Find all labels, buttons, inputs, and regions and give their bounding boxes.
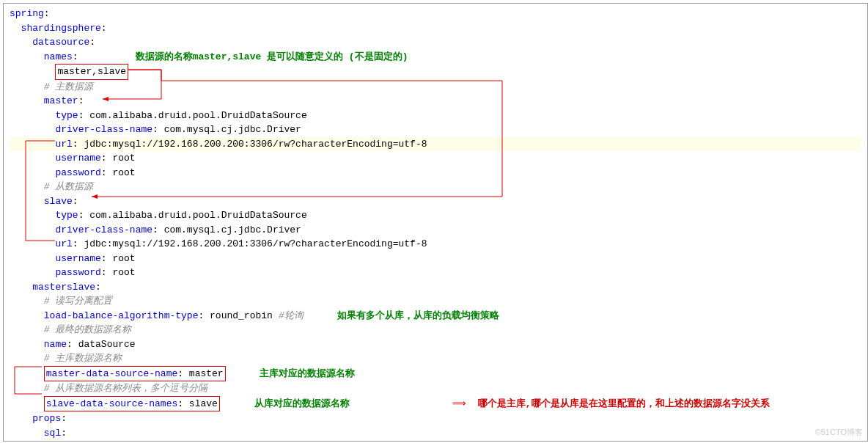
code-line: url: jdbc:mysql://192.168.200.201:3306/r… xyxy=(10,237,861,252)
yaml-key: name xyxy=(44,339,67,350)
code-line: shardingsphere: xyxy=(10,21,861,36)
boxed-value: master-data-source-name: master xyxy=(44,366,226,382)
code-line: masterslave: xyxy=(10,280,861,295)
yaml-key: username xyxy=(55,253,100,264)
yaml-key: driver-class-name xyxy=(55,124,152,135)
yaml-key: names xyxy=(44,51,73,62)
yaml-key: type xyxy=(55,210,78,221)
code-line: slave: xyxy=(10,194,861,209)
yaml-comment: # 读写分离配置 xyxy=(44,296,113,307)
boxed-value: master,slave xyxy=(55,64,128,80)
code-line: name: dataSource xyxy=(10,337,861,352)
annotation-text: 主库对应的数据源名称 xyxy=(260,368,355,379)
yaml-value: com.mysql.cj.jdbc.Driver xyxy=(164,124,301,135)
annotation-text: 数据源的名称master,slave 是可以随意定义的 (不是固定的) xyxy=(136,51,408,62)
code-line: type: com.alibaba.druid.pool.DruidDataSo… xyxy=(10,109,861,123)
yaml-value: jdbc:mysql://192.168.200.201:3306/rw?cha… xyxy=(84,238,427,249)
yaml-key: datasource xyxy=(32,37,89,48)
yaml-key: slave xyxy=(44,196,73,207)
code-line: show: true #开启SQL显示，默认false xyxy=(10,440,861,442)
code-line-highlighted: url: jdbc:mysql://192.168.200.200:3306/r… xyxy=(10,137,861,152)
yaml-key: driver-class-name xyxy=(55,224,152,235)
code-line: # 最终的数据源名称 xyxy=(10,323,861,337)
yaml-key: spring xyxy=(10,8,44,19)
yaml-key: username xyxy=(55,153,100,164)
yaml-value: com.alibaba.druid.pool.DruidDataSource xyxy=(89,110,306,121)
code-line: username: root xyxy=(10,151,861,166)
yaml-key: password xyxy=(55,267,100,278)
yaml-comment: # 从数据源 xyxy=(44,181,94,192)
yaml-key: masterslave xyxy=(32,282,95,293)
code-line: driver-class-name: com.mysql.cj.jdbc.Dri… xyxy=(10,122,861,137)
code-line: master,slave xyxy=(10,64,861,80)
code-line: props: xyxy=(10,411,861,426)
watermark-text: ©51CTO博客 xyxy=(815,426,863,439)
code-line: # 读写分离配置 xyxy=(10,294,861,309)
yaml-value: round_robin xyxy=(210,310,273,321)
code-line: username: root xyxy=(10,252,861,266)
yaml-key: sql xyxy=(44,428,61,439)
yaml-comment: # 主库数据源名称 xyxy=(44,353,122,364)
yaml-key: url xyxy=(55,139,72,150)
code-line: master-data-source-name: master 主库对应的数据源… xyxy=(10,366,861,382)
yaml-key: password xyxy=(55,167,100,178)
code-line: # 主库数据源名称 xyxy=(10,351,861,366)
code-line: # 主数据源 xyxy=(10,80,861,95)
yaml-comment: # 最终的数据源名称 xyxy=(44,324,132,335)
yaml-value: dataSource xyxy=(78,339,136,350)
arrow-icon: ⟹ xyxy=(452,398,466,409)
yaml-key: load-balance-algorithm-type xyxy=(44,310,199,321)
yaml-value: com.mysql.cj.jdbc.Driver xyxy=(164,224,301,235)
code-line: password: root xyxy=(10,166,861,180)
yaml-value: root xyxy=(112,153,135,164)
yaml-value: com.alibaba.druid.pool.DruidDataSource xyxy=(89,210,306,221)
code-line: load-balance-algorithm-type: round_robin… xyxy=(10,309,861,323)
code-line: names: 数据源的名称master,slave 是可以随意定义的 (不是固定… xyxy=(10,50,861,65)
yaml-comment: # 从库数据源名称列表，多个逗号分隔 xyxy=(44,383,208,394)
code-line: password: root xyxy=(10,266,861,280)
code-line: sql: xyxy=(10,426,861,441)
annotation-text-red: 哪个是主库,哪个是从库是在这里配置的，和上述的数据源名字没关系 xyxy=(478,398,770,409)
yaml-key: props xyxy=(32,413,61,424)
yaml-key: type xyxy=(55,110,78,121)
code-line: driver-class-name: com.mysql.cj.jdbc.Dri… xyxy=(10,223,861,238)
annotation-text: 如果有多个从库，从库的负载均衡策略 xyxy=(337,310,499,321)
code-line: spring: xyxy=(10,7,861,21)
yaml-value: root xyxy=(112,167,135,178)
annotation-text: 从库对应的数据源名称 xyxy=(254,398,350,409)
yaml-value: root xyxy=(112,253,135,264)
code-line: # 从数据源 xyxy=(10,180,861,194)
yaml-value: root xyxy=(112,267,135,278)
yaml-comment: #轮询 xyxy=(279,310,304,321)
code-line: # 从库数据源名称列表，多个逗号分隔 xyxy=(10,381,861,396)
code-line: master: xyxy=(10,94,861,109)
boxed-value: slave-data-source-names: slave xyxy=(44,396,220,412)
code-container: spring: shardingsphere: datasource: name… xyxy=(3,3,868,442)
yaml-key: shardingsphere xyxy=(21,23,101,34)
yaml-key: master xyxy=(44,95,78,106)
code-line: type: com.alibaba.druid.pool.DruidDataSo… xyxy=(10,208,861,223)
yaml-key: url xyxy=(55,238,72,249)
yaml-comment: # 主数据源 xyxy=(44,81,94,92)
yaml-value: jdbc:mysql://192.168.200.200:3306/rw?cha… xyxy=(84,139,427,150)
code-line: datasource: xyxy=(10,35,861,50)
code-line: slave-data-source-names: slave 从库对应的数据源名… xyxy=(10,396,861,412)
